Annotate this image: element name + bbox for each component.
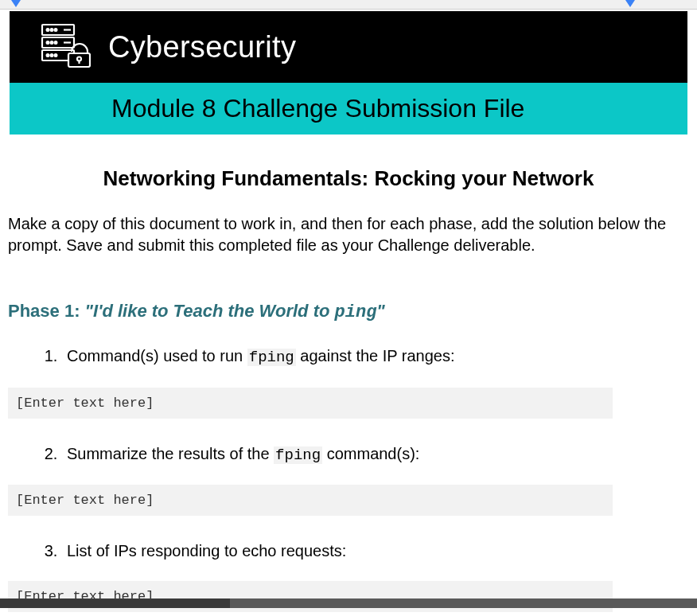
bottom-scrollbar[interactable] <box>0 598 697 608</box>
q1-code: fping <box>247 349 296 366</box>
document-content[interactable]: Networking Fundamentals: Rocking your Ne… <box>0 135 697 612</box>
indent-marker-right[interactable] <box>625 0 635 7</box>
phase-quote-close: " <box>376 301 384 321</box>
header-teal-bar: Module 8 Challenge Submission File <box>10 83 687 135</box>
q2-text-post: command(s): <box>322 445 419 462</box>
svg-point-11 <box>55 54 57 57</box>
q1-text-post: against the IP ranges: <box>296 347 455 365</box>
q2-code: fping <box>274 446 322 464</box>
document-page: Cybersecurity Module 8 Challenge Submiss… <box>0 11 697 608</box>
q1-text-pre: Command(s) used to run <box>67 347 247 365</box>
phase-quote-open: "I'd like to Teach the World to <box>85 301 335 321</box>
svg-point-9 <box>47 54 49 57</box>
answer-box-1[interactable]: [Enter text here] <box>8 388 613 419</box>
svg-point-10 <box>51 54 53 57</box>
header-black-bar: Cybersecurity <box>10 11 687 83</box>
header-subtitle: Module 8 Challenge Submission File <box>111 94 524 123</box>
header-title: Cybersecurity <box>108 30 296 64</box>
question-3: List of IPs responding to echo requests: <box>62 540 689 562</box>
svg-point-7 <box>51 41 53 44</box>
ruler <box>0 0 697 10</box>
svg-point-3 <box>47 29 49 31</box>
cybersecurity-server-lock-icon <box>40 23 91 71</box>
question-1: Command(s) used to run fping against the… <box>62 345 689 368</box>
document-title: Networking Fundamentals: Rocking your Ne… <box>8 166 689 191</box>
answer-box-2[interactable]: [Enter text here] <box>8 485 613 516</box>
svg-point-5 <box>55 29 57 31</box>
question-list: Command(s) used to run fping against the… <box>8 345 689 368</box>
question-list: List of IPs responding to echo requests: <box>8 540 689 562</box>
indent-marker-left[interactable] <box>11 0 21 7</box>
phase-1-heading: Phase 1: "I'd like to Teach the World to… <box>8 301 689 322</box>
q2-text-pre: Summarize the results of the <box>67 445 274 462</box>
phase-code: ping <box>335 302 377 322</box>
question-list: Summarize the results of the fping comma… <box>8 443 689 466</box>
svg-point-6 <box>47 41 49 44</box>
question-2: Summarize the results of the fping comma… <box>62 443 689 466</box>
q3-text: List of IPs responding to echo requests: <box>67 542 346 559</box>
intro-paragraph: Make a copy of this document to work in,… <box>8 213 689 256</box>
svg-point-8 <box>55 41 57 44</box>
svg-point-4 <box>51 29 53 31</box>
phase-label: Phase 1: <box>8 301 85 321</box>
